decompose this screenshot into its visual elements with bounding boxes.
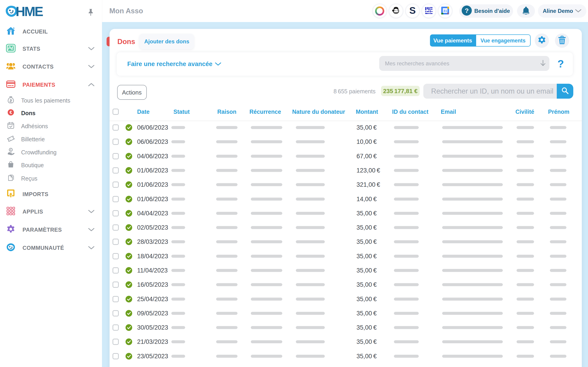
svg-text:€: € [10, 148, 12, 152]
svg-text:€: € [9, 110, 12, 115]
svg-text:HME: HME [16, 5, 43, 17]
svg-text:31: 31 [443, 9, 447, 13]
svg-text:?: ? [465, 7, 468, 14]
